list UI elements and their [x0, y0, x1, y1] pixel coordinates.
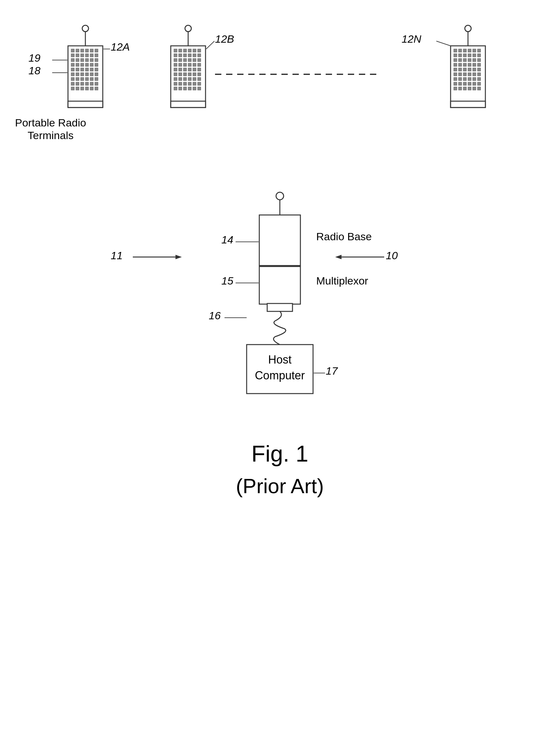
- svg-text:11: 11: [111, 250, 123, 262]
- svg-rect-79: [174, 63, 177, 66]
- svg-rect-29: [81, 68, 84, 71]
- svg-line-184: [436, 41, 451, 46]
- svg-rect-132: [454, 59, 457, 62]
- svg-rect-14: [95, 54, 98, 57]
- svg-rect-160: [473, 77, 476, 81]
- svg-text:14: 14: [221, 234, 233, 246]
- diagram: 19 18 12A 12B 12N Portable Radio Termina…: [0, 0, 560, 729]
- svg-marker-208: [175, 255, 182, 259]
- svg-rect-64: [188, 49, 191, 52]
- svg-rect-169: [458, 87, 462, 90]
- svg-rect-89: [193, 68, 196, 71]
- svg-rect-63: [183, 49, 187, 52]
- svg-rect-93: [183, 73, 187, 76]
- svg-rect-35: [81, 73, 84, 76]
- svg-rect-99: [183, 77, 187, 81]
- svg-rect-107: [193, 82, 196, 85]
- svg-rect-144: [454, 68, 457, 71]
- svg-rect-151: [458, 73, 462, 76]
- svg-rect-67: [174, 54, 177, 57]
- svg-point-0: [82, 25, 89, 32]
- svg-rect-13: [90, 54, 93, 57]
- svg-rect-12: [85, 54, 89, 57]
- svg-rect-51: [71, 87, 74, 90]
- svg-rect-82: [188, 63, 191, 66]
- svg-rect-157: [458, 77, 462, 81]
- svg-rect-122: [463, 49, 466, 52]
- svg-rect-110: [179, 87, 182, 90]
- svg-rect-20: [95, 59, 98, 62]
- svg-text:12B: 12B: [215, 33, 234, 45]
- svg-rect-92: [179, 73, 182, 76]
- svg-rect-147: [468, 68, 471, 71]
- svg-rect-57: [68, 101, 103, 108]
- svg-rect-45: [71, 82, 74, 85]
- svg-rect-31: [90, 68, 93, 71]
- svg-rect-49: [90, 82, 93, 85]
- svg-rect-170: [463, 87, 466, 90]
- svg-rect-10: [76, 54, 79, 57]
- svg-rect-43: [90, 77, 93, 81]
- svg-rect-172: [473, 87, 476, 90]
- svg-rect-167: [477, 82, 481, 85]
- svg-rect-46: [76, 82, 79, 85]
- svg-rect-11: [81, 54, 84, 57]
- svg-rect-65: [193, 49, 196, 52]
- svg-rect-152: [463, 73, 466, 76]
- svg-rect-56: [95, 87, 98, 90]
- svg-rect-16: [76, 59, 79, 62]
- svg-rect-120: [454, 49, 457, 52]
- svg-rect-158: [463, 77, 466, 81]
- svg-rect-78: [198, 59, 201, 62]
- svg-text:15: 15: [221, 275, 233, 287]
- svg-rect-164: [463, 82, 466, 85]
- svg-rect-128: [463, 54, 466, 57]
- svg-rect-155: [477, 73, 481, 76]
- svg-rect-8: [95, 49, 98, 52]
- svg-rect-138: [454, 63, 457, 66]
- svg-rect-22: [76, 63, 79, 66]
- svg-rect-166: [473, 82, 476, 85]
- svg-rect-165: [468, 82, 471, 85]
- svg-rect-141: [468, 63, 471, 66]
- svg-rect-19: [90, 59, 93, 62]
- svg-rect-190: [259, 266, 300, 304]
- svg-rect-24: [85, 63, 89, 66]
- svg-rect-66: [198, 49, 201, 52]
- svg-text:Fig. 1: Fig. 1: [251, 441, 308, 466]
- svg-rect-108: [198, 82, 201, 85]
- svg-rect-173: [477, 87, 481, 90]
- svg-rect-86: [179, 68, 182, 71]
- svg-rect-18: [85, 59, 89, 62]
- svg-rect-95: [193, 73, 196, 76]
- svg-rect-76: [188, 59, 191, 62]
- svg-rect-26: [95, 63, 98, 66]
- svg-rect-140: [463, 63, 466, 66]
- svg-rect-168: [454, 87, 457, 90]
- svg-rect-5: [81, 49, 84, 52]
- svg-rect-50: [95, 82, 98, 85]
- svg-rect-68: [179, 54, 182, 57]
- svg-rect-54: [85, 87, 89, 90]
- svg-rect-154: [473, 73, 476, 76]
- svg-rect-15: [71, 59, 74, 62]
- svg-text:18: 18: [28, 65, 40, 77]
- svg-text:(Prior Art): (Prior Art): [236, 474, 324, 497]
- svg-rect-189: [259, 215, 300, 266]
- svg-point-117: [465, 25, 471, 32]
- svg-rect-149: [477, 68, 481, 71]
- svg-rect-47: [81, 82, 84, 85]
- svg-rect-127: [458, 54, 462, 57]
- svg-rect-162: [454, 82, 457, 85]
- svg-text:Terminals: Terminals: [28, 129, 73, 141]
- svg-rect-109: [174, 87, 177, 90]
- svg-rect-32: [95, 68, 98, 71]
- svg-rect-148: [473, 68, 476, 71]
- svg-rect-34: [76, 73, 79, 76]
- svg-rect-102: [198, 77, 201, 81]
- svg-rect-104: [179, 82, 182, 85]
- svg-rect-145: [458, 68, 462, 71]
- svg-rect-88: [188, 68, 191, 71]
- svg-rect-135: [468, 59, 471, 62]
- svg-rect-6: [85, 49, 89, 52]
